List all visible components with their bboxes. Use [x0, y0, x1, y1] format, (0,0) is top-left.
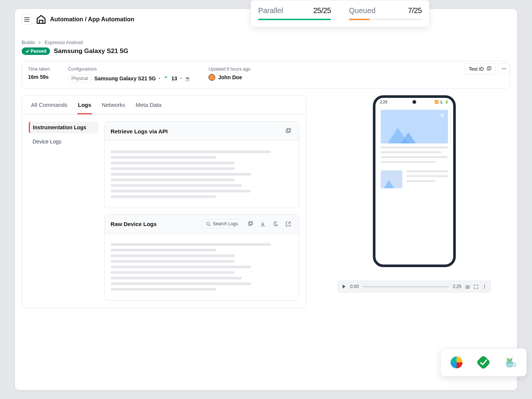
svg-rect-11: [249, 221, 252, 224]
queued-label: Queued: [349, 6, 375, 15]
time-taken-label: Time taken: [28, 66, 50, 72]
tabs: All Commands Logs Networks Meta Data: [22, 96, 306, 115]
svg-rect-10: [248, 222, 251, 225]
more-button[interactable]: [498, 63, 510, 74]
logo: [36, 14, 46, 25]
video-player[interactable]: 0:00 2:25: [338, 281, 491, 293]
svg-point-13: [467, 286, 468, 287]
stats-card: Parallel 25/25 Queued 7/25: [250, 0, 430, 27]
play-icon[interactable]: [342, 284, 346, 289]
time-taken-value: 16m 59s: [28, 74, 50, 80]
sidebar-item-instrumentation-logs[interactable]: Instrumentation Logs: [29, 121, 98, 133]
camera-icon[interactable]: [465, 284, 470, 289]
os-version: 13: [171, 75, 177, 81]
platforms-card: [440, 348, 527, 377]
svg-point-15: [484, 286, 485, 287]
fullscreen-icon[interactable]: [474, 284, 479, 289]
device-preview: 2:29 📶 📡 🔋: [373, 95, 456, 267]
test-id-button[interactable]: Test ID: [465, 63, 495, 74]
user-name: John Doe: [218, 74, 242, 80]
video-end-time: 2:25: [453, 284, 461, 289]
physical-chip: Physical: [68, 74, 92, 83]
meta-box: Time taken 16m 59s Configurations Physic…: [22, 61, 510, 89]
breadcrumb-leaf: Espresso Android: [44, 40, 83, 45]
svg-point-9: [206, 222, 209, 225]
more-vertical-icon[interactable]: [482, 284, 487, 289]
card-title: Retrieve Logs via API: [111, 128, 280, 134]
svg-rect-21: [507, 359, 512, 361]
android-icon: [163, 76, 168, 81]
svg-point-14: [484, 285, 485, 285]
config-device: Samsung Galaxy S21 5G: [95, 75, 156, 81]
sidebar-item-device-logs[interactable]: Device Logs: [29, 136, 98, 148]
moon-icon[interactable]: [270, 219, 280, 229]
device-title: Samsung Galaxy S21 5G: [54, 47, 128, 55]
svg-point-16: [484, 288, 485, 288]
raw-device-logs-card: Raw Device Logs Search Logs: [104, 214, 299, 301]
download-icon[interactable]: [258, 219, 267, 229]
check-icon: [476, 355, 491, 370]
svg-point-4: [505, 68, 506, 69]
svg-rect-17: [476, 355, 491, 370]
svg-rect-8: [287, 129, 291, 132]
svg-point-3: [504, 68, 505, 69]
external-link-icon[interactable]: [283, 219, 293, 229]
retrieve-logs-card: Retrieve Logs via API: [104, 121, 299, 208]
parallel-value: 25/25: [313, 6, 331, 15]
page-title: Automation / App Automation: [50, 16, 134, 23]
phone-status-icons: 📶 📡 🔋: [434, 100, 449, 104]
menu-button[interactable]: [22, 14, 32, 25]
svg-rect-7: [286, 129, 290, 133]
tab-meta-data[interactable]: Meta Data: [135, 96, 162, 114]
breadcrumb: Builds Espresso Android: [22, 40, 510, 45]
queued-value: 7/25: [408, 6, 422, 15]
svg-point-18: [506, 361, 513, 364]
svg-rect-1: [488, 66, 491, 69]
espresso-cup-icon: [502, 355, 518, 370]
card-title: Raw Device Logs: [111, 221, 199, 227]
configurations-label: Configurations: [68, 66, 191, 72]
tab-all-commands[interactable]: All Commands: [30, 96, 68, 114]
svg-point-5: [165, 77, 165, 77]
parallel-label: Parallel: [258, 6, 283, 15]
breadcrumb-root[interactable]: Builds: [22, 40, 35, 45]
copy-icon[interactable]: [283, 126, 293, 136]
espresso-icon: ☕: [185, 76, 191, 81]
svg-point-6: [166, 77, 167, 77]
tab-networks[interactable]: Networks: [101, 96, 126, 114]
video-start-time: 0:00: [350, 284, 359, 289]
status-badge: Passed: [22, 47, 50, 55]
tab-logs[interactable]: Logs: [77, 96, 92, 114]
avatar: [208, 74, 215, 81]
updated-label: Updated 6 hours ago: [208, 66, 250, 72]
swirl-icon: [449, 355, 464, 370]
svg-rect-0: [487, 67, 490, 70]
svg-point-2: [502, 68, 503, 69]
copy-icon[interactable]: [245, 219, 255, 229]
phone-time: 2:29: [380, 100, 387, 104]
search-logs-input[interactable]: Search Logs: [202, 219, 242, 228]
